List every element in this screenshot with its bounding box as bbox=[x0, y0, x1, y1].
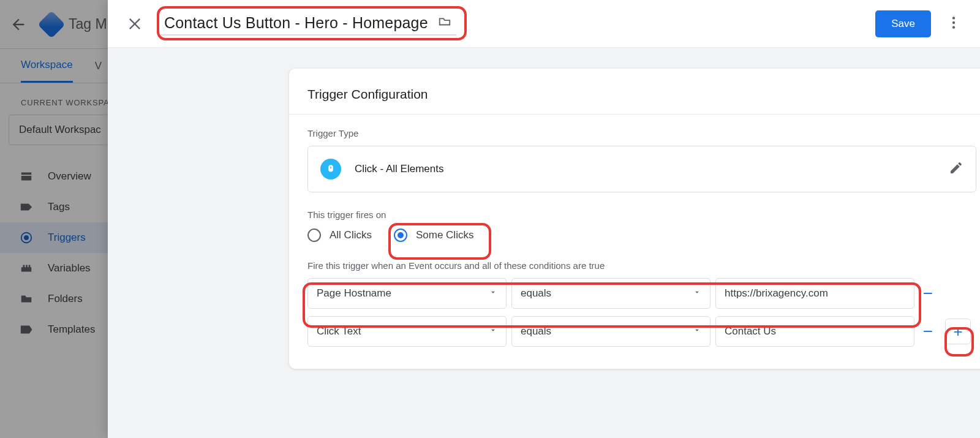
more-menu-icon[interactable] bbox=[946, 15, 962, 33]
svg-point-2 bbox=[952, 17, 955, 19]
svg-point-3 bbox=[952, 21, 955, 23]
chevron-down-icon bbox=[489, 325, 497, 338]
radio-label: Some Clicks bbox=[416, 229, 473, 241]
radio-some-clicks[interactable]: Some Clicks bbox=[394, 228, 473, 242]
radio-circle-checked-icon bbox=[394, 228, 407, 242]
trigger-type-value: Click - All Elements bbox=[355, 163, 443, 175]
remove-condition-button[interactable]: − bbox=[919, 285, 937, 302]
radio-label: All Clicks bbox=[330, 229, 372, 241]
condition-variable-select[interactable]: Page Hostname bbox=[307, 278, 507, 309]
svg-point-4 bbox=[952, 26, 955, 28]
chevron-down-icon bbox=[489, 287, 497, 300]
card-heading: Trigger Configuration bbox=[289, 87, 980, 114]
modal-backdrop-dim bbox=[0, 0, 108, 438]
trigger-config-card: Trigger Configuration Trigger Type Click… bbox=[289, 69, 980, 369]
edit-pencil-icon[interactable] bbox=[949, 160, 963, 178]
close-icon[interactable] bbox=[126, 15, 143, 32]
select-value: Click Text bbox=[317, 325, 361, 338]
remove-condition-button[interactable]: − bbox=[919, 323, 937, 340]
fires-on-radio-group: All Clicks Some Clicks bbox=[307, 228, 976, 242]
condition-operator-select[interactable]: equals bbox=[511, 316, 710, 347]
trigger-name-field[interactable]: Contact Us Button - Hero - Homepage bbox=[160, 12, 456, 36]
trigger-type-label: Trigger Type bbox=[307, 128, 976, 138]
condition-value-input[interactable] bbox=[715, 316, 914, 347]
chevron-down-icon bbox=[693, 287, 701, 300]
conditions-intro: Fire this trigger when an Event occurs a… bbox=[307, 260, 976, 271]
select-value: equals bbox=[521, 325, 551, 338]
add-condition-button[interactable]: + bbox=[945, 319, 971, 344]
select-value: equals bbox=[521, 287, 551, 300]
trigger-type-selector[interactable]: Click - All Elements bbox=[307, 146, 976, 192]
click-circle-icon bbox=[320, 159, 341, 179]
condition-row: Click Text equals − + bbox=[307, 316, 976, 347]
condition-value-input[interactable] bbox=[715, 278, 914, 309]
fires-on-label: This trigger fires on bbox=[307, 210, 976, 220]
folder-outline-icon[interactable] bbox=[437, 14, 453, 32]
condition-row: Page Hostname equals − bbox=[307, 278, 976, 309]
radio-all-clicks[interactable]: All Clicks bbox=[307, 228, 372, 242]
trigger-name-text: Contact Us Button - Hero - Homepage bbox=[164, 14, 428, 32]
chevron-down-icon bbox=[693, 325, 701, 338]
save-button[interactable]: Save bbox=[875, 10, 931, 37]
radio-circle-icon bbox=[307, 228, 321, 242]
condition-variable-select[interactable]: Click Text bbox=[307, 316, 507, 347]
select-value: Page Hostname bbox=[317, 287, 391, 300]
panel-header: Contact Us Button - Hero - Homepage Save bbox=[108, 0, 980, 48]
condition-operator-select[interactable]: equals bbox=[511, 278, 710, 309]
trigger-edit-panel: Contact Us Button - Hero - Homepage Save… bbox=[108, 0, 980, 438]
